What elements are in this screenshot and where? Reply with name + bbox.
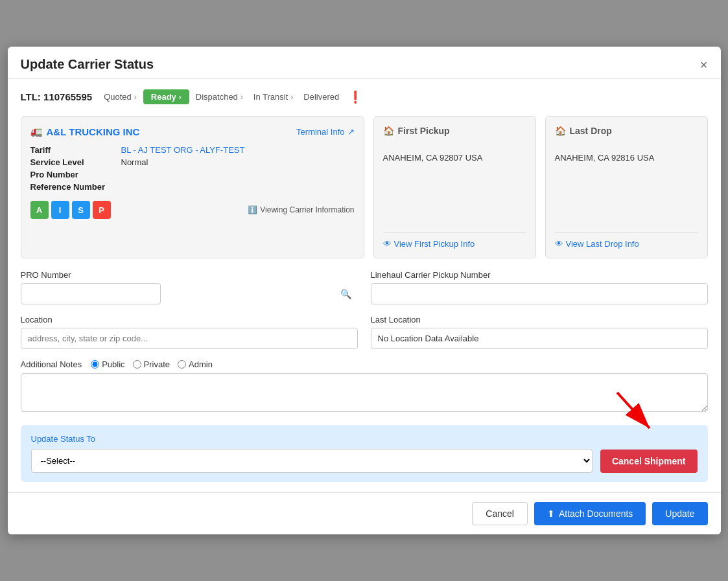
modal-footer: Cancel ⬆ Attach Documents Update: [8, 492, 721, 534]
notes-label: Additional Notes: [21, 359, 82, 369]
view-last-drop-link[interactable]: 👁 View Last Drop Info: [555, 232, 698, 249]
location-label: Location: [21, 315, 358, 325]
first-pickup-header: 🏠 First Pickup: [383, 126, 526, 136]
chevron-icon: ›: [241, 93, 243, 102]
modal-header: Update Carrier Status ×: [8, 47, 721, 79]
viewing-info: ℹ️ Viewing Carrier Information: [248, 205, 354, 214]
upload-icon: ⬆: [547, 508, 555, 519]
radio-admin[interactable]: Admin: [178, 359, 213, 369]
last-location-input[interactable]: [371, 328, 708, 349]
notes-label-row: Additional Notes Public Private Admin: [21, 359, 708, 369]
external-link-icon: ↗: [347, 127, 355, 137]
home-icon: 🏠: [383, 126, 394, 136]
badge-i: I: [51, 201, 69, 219]
form-row-2: Location Last Location: [21, 315, 708, 349]
radio-group: Public Private Admin: [91, 359, 213, 369]
linehaul-group: Linehaul Carrier Pickup Number: [371, 270, 708, 304]
status-dispatched[interactable]: Dispatched ›: [192, 89, 247, 104]
radio-private-input[interactable]: [133, 360, 141, 369]
update-carrier-status-modal: Update Carrier Status × LTL: 110765595 Q…: [8, 47, 721, 534]
first-pickup-card: 🏠 First Pickup ANAHEIM, CA 92807 USA 👁 V…: [373, 116, 536, 258]
radio-public-input[interactable]: [91, 360, 99, 369]
location-group: Location: [21, 315, 358, 349]
eye-icon: 👁: [555, 239, 563, 249]
cards-row: 🚛 A&L TRUCKING INC Terminal Info ↗ Tarif…: [21, 116, 708, 258]
notes-textarea[interactable]: [21, 373, 708, 412]
update-status-label: Update Status To: [31, 434, 698, 444]
tariff-row: Tariff BL - AJ TEST ORG - ALYF-TEST: [30, 145, 355, 155]
badges: A I S P: [30, 201, 111, 219]
status-quoted[interactable]: Quoted ›: [100, 89, 141, 104]
location-input[interactable]: [21, 328, 358, 349]
update-status-row: --Select-- Cancel Shipment: [31, 449, 698, 473]
eye-icon: 👁: [383, 239, 392, 249]
form-row-1: PRO Number 🔍 Linehaul Carrier Pickup Num…: [21, 270, 708, 304]
search-icon: 🔍: [340, 289, 351, 299]
service-level-row: Service Level Normal: [30, 157, 355, 167]
additional-notes-section: Additional Notes Public Private Admin: [21, 359, 708, 415]
last-location-label: Last Location: [371, 315, 708, 325]
last-drop-address: ANAHEIM, CA 92816 USA: [555, 146, 698, 169]
terminal-info-link[interactable]: Terminal Info ↗: [296, 127, 354, 137]
last-location-group: Last Location: [371, 315, 708, 349]
footer-attach-button[interactable]: ⬆ Attach Documents: [534, 502, 646, 525]
ltl-label: LTL: 110765595: [21, 91, 93, 102]
linehaul-input[interactable]: [371, 283, 708, 304]
status-ready[interactable]: Ready ›: [143, 89, 189, 104]
reference-number-row: Reference Number: [30, 182, 355, 192]
carrier-name: 🚛 A&L TRUCKING INC: [30, 126, 140, 137]
pro-number-row: Pro Number: [30, 170, 355, 179]
linehaul-label: Linehaul Carrier Pickup Number: [371, 270, 708, 280]
view-first-pickup-link[interactable]: 👁 View First Pickup Info: [383, 232, 526, 249]
radio-public[interactable]: Public: [91, 359, 124, 369]
update-status-section: Update Status To --Select-- Cancel Shipm…: [21, 425, 708, 482]
carrier-card: 🚛 A&L TRUCKING INC Terminal Info ↗ Tarif…: [21, 116, 364, 258]
badge-row: A I S P ℹ️ Viewing Carrier Information: [30, 201, 355, 219]
radio-admin-input[interactable]: [178, 360, 186, 369]
status-in-transit[interactable]: In Transit ›: [250, 89, 297, 104]
truck-icon: 🚛: [30, 126, 43, 137]
badge-s: S: [72, 201, 90, 219]
last-drop-card: 🏠 Last Drop ANAHEIM, CA 92816 USA 👁 View…: [545, 116, 708, 258]
status-bar: LTL: 110765595 Quoted › Ready › Dispatch…: [21, 89, 708, 104]
footer-cancel-button[interactable]: Cancel: [472, 502, 528, 525]
status-select[interactable]: --Select--: [31, 449, 593, 473]
pro-number-input[interactable]: [21, 283, 161, 304]
chevron-icon: ›: [290, 93, 293, 102]
chevron-icon: ›: [134, 93, 137, 102]
footer-update-button[interactable]: Update: [652, 502, 707, 525]
carrier-card-header: 🚛 A&L TRUCKING INC Terminal Info ↗: [30, 126, 355, 137]
cancel-shipment-button[interactable]: Cancel Shipment: [600, 450, 698, 473]
carrier-details: Tariff BL - AJ TEST ORG - ALYF-TEST Serv…: [30, 145, 355, 192]
modal-title: Update Carrier Status: [21, 57, 154, 72]
first-pickup-address: ANAHEIM, CA 92807 USA: [383, 146, 526, 169]
close-button[interactable]: ×: [700, 58, 708, 71]
pro-number-wrapper: 🔍: [21, 283, 358, 304]
last-drop-header: 🏠 Last Drop: [555, 126, 698, 136]
status-delivered[interactable]: Delivered: [299, 89, 343, 104]
badge-p: P: [93, 201, 111, 219]
pro-number-label: PRO Number: [21, 270, 358, 280]
modal-body: LTL: 110765595 Quoted › Ready › Dispatch…: [8, 79, 721, 492]
radio-private[interactable]: Private: [133, 359, 170, 369]
chevron-icon: ›: [179, 93, 182, 102]
badge-a: A: [30, 201, 49, 219]
info-icon: ℹ️: [248, 205, 257, 214]
pro-number-group: PRO Number 🔍: [21, 270, 358, 304]
alert-icon: ❗: [348, 90, 362, 104]
home-icon: 🏠: [555, 126, 566, 136]
